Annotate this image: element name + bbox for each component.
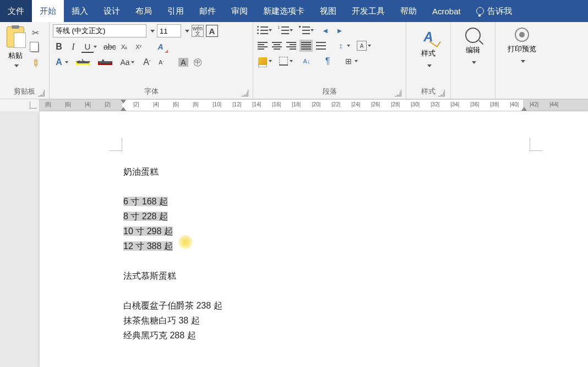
format-painter-button[interactable]: [30, 58, 41, 68]
text-effects-button[interactable]: A: [53, 56, 65, 68]
underline-button[interactable]: U: [81, 41, 94, 53]
character-border-button[interactable]: A: [206, 25, 218, 37]
tab-mail[interactable]: 邮件: [192, 0, 224, 22]
page[interactable]: 奶油蛋糕 6 寸 168 起 8 寸 228 起 10 寸 298 起 12 寸…: [40, 111, 588, 367]
text-line[interactable]: 8 寸 228 起: [123, 209, 222, 224]
enclose-characters-button[interactable]: [192, 56, 204, 68]
sort-button[interactable]: [301, 55, 313, 67]
text-direction-icon: A: [357, 41, 367, 51]
border-icon: [279, 57, 288, 66]
chevron-down-icon: [470, 57, 476, 67]
ruler-corner[interactable]: [0, 99, 40, 111]
tab-references[interactable]: 引用: [160, 0, 192, 22]
tab-newtab[interactable]: 新建选项卡: [255, 0, 312, 22]
chevron-down-icon[interactable]: [149, 26, 155, 36]
group-font: wén文 A B I U abc X X A ab A: [50, 22, 253, 99]
align-center-button[interactable]: [271, 40, 283, 52]
chevron-down-icon: [13, 61, 19, 71]
margin-corner-icon: [530, 138, 543, 151]
font-dialog-launcher[interactable]: [242, 90, 248, 96]
text-line[interactable]: 12 寸 388 起: [123, 239, 222, 253]
change-case-button[interactable]: [119, 56, 131, 68]
text-line[interactable]: 6 寸 168 起: [123, 194, 222, 209]
shading-button[interactable]: [257, 55, 269, 67]
search-icon: [465, 28, 481, 43]
decrease-indent-button[interactable]: [319, 24, 331, 36]
hanging-indent-marker[interactable]: [121, 106, 126, 111]
heading[interactable]: 奶油蛋糕: [123, 164, 222, 179]
group-font-label: 字体: [144, 87, 159, 96]
right-indent-marker[interactable]: [521, 106, 527, 111]
text-direction-button[interactable]: A: [356, 40, 368, 52]
tab-design[interactable]: 设计: [96, 0, 128, 22]
group-paragraph-label: 段落: [323, 87, 337, 96]
multilevel-list-button[interactable]: [298, 24, 311, 36]
align-distributed-button[interactable]: [315, 40, 327, 52]
show-paragraph-marks-button[interactable]: [322, 55, 334, 67]
font-size-combo[interactable]: [157, 24, 181, 37]
align-right-button[interactable]: [285, 40, 297, 52]
bullets-button[interactable]: [257, 24, 269, 36]
phonetic-guide-button[interactable]: wén文: [192, 25, 204, 37]
borders-button[interactable]: [277, 55, 290, 67]
styles-label: 样式: [421, 48, 435, 58]
subscript-button[interactable]: X: [118, 41, 130, 53]
bold-button[interactable]: B: [53, 41, 65, 53]
font-color-button[interactable]: A: [97, 56, 109, 68]
align-left-button[interactable]: [257, 40, 269, 52]
text-line[interactable]: 10 寸 298 起: [123, 224, 222, 239]
styles-button[interactable]: A 样式: [411, 28, 446, 71]
tab-acrobat[interactable]: Acrobat: [424, 0, 469, 22]
group-styles-label: 样式: [421, 87, 435, 96]
document-area: 奶油蛋糕 6 寸 168 起 8 寸 228 起 10 寸 298 起 12 寸…: [0, 111, 588, 367]
margin-corner-icon: [109, 138, 122, 151]
paste-button[interactable]: 粘贴: [3, 24, 28, 71]
tell-me[interactable]: 告诉我: [469, 0, 520, 22]
shrink-font-button[interactable]: Aˇ: [155, 56, 167, 68]
ribbon: 粘贴 剪贴板 wén文 A B I U: [0, 22, 588, 99]
chevron-down-icon[interactable]: [183, 26, 189, 36]
align-justify-button[interactable]: [300, 40, 313, 52]
paragraph-dialog-launcher[interactable]: [395, 90, 401, 96]
group-clipboard: 粘贴 剪贴板: [0, 22, 50, 99]
document-content[interactable]: 奶油蛋糕 6 寸 168 起 8 寸 228 起 10 寸 298 起 12 寸…: [123, 164, 222, 343]
preview-label: 打印预览: [508, 44, 536, 54]
tab-help[interactable]: 帮助: [393, 0, 424, 22]
italic-button[interactable]: I: [67, 41, 79, 53]
heading[interactable]: 法式慕斯蛋糕: [123, 268, 222, 283]
tab-layout[interactable]: 布局: [128, 0, 160, 22]
paste-label: 粘贴: [8, 51, 23, 61]
font-name-combo[interactable]: [53, 24, 146, 37]
copy-button[interactable]: [30, 43, 41, 53]
tab-insert[interactable]: 插入: [64, 0, 96, 22]
line-spacing-button[interactable]: [335, 40, 347, 52]
superscript-button[interactable]: X: [133, 41, 145, 53]
horizontal-ruler[interactable]: |8||6||4||2||2||4||6||8||10||12||14||16|…: [40, 99, 588, 111]
styles-dialog-launcher[interactable]: [438, 90, 445, 96]
tab-file[interactable]: 文件: [0, 0, 32, 22]
tab-home[interactable]: 开始: [32, 0, 64, 22]
clipboard-dialog-launcher[interactable]: [38, 90, 45, 96]
text-line[interactable]: 抹茶焦糖白巧 38 起: [123, 313, 222, 328]
increase-indent-button[interactable]: [334, 24, 346, 36]
first-line-indent-marker[interactable]: [121, 100, 126, 104]
chevron-down-icon: [519, 56, 525, 66]
print-preview-button[interactable]: 打印预览: [500, 28, 544, 66]
character-shading-button[interactable]: A: [177, 56, 189, 68]
highlight-button[interactable]: ab: [75, 56, 87, 68]
preview-icon: [515, 28, 529, 42]
styles-icon: A: [419, 28, 438, 46]
cut-button[interactable]: [30, 28, 41, 37]
numbering-button[interactable]: [277, 24, 290, 36]
clear-formatting-button[interactable]: [155, 41, 167, 53]
text-line[interactable]: 经典黑巧克 288 起: [123, 328, 222, 343]
grow-font-button[interactable]: Aˆ: [141, 56, 153, 68]
text-line[interactable]: 白桃覆盆子伯爵茶 238 起: [123, 298, 222, 313]
snap-to-grid-button[interactable]: [342, 55, 355, 67]
bulb-icon: [476, 7, 484, 15]
tab-view[interactable]: 视图: [312, 0, 344, 22]
tab-developer[interactable]: 开发工具: [344, 0, 393, 22]
tab-review[interactable]: 审阅: [224, 0, 255, 22]
strikethrough-button[interactable]: abc: [104, 41, 116, 53]
edit-button[interactable]: 编辑: [455, 28, 491, 67]
